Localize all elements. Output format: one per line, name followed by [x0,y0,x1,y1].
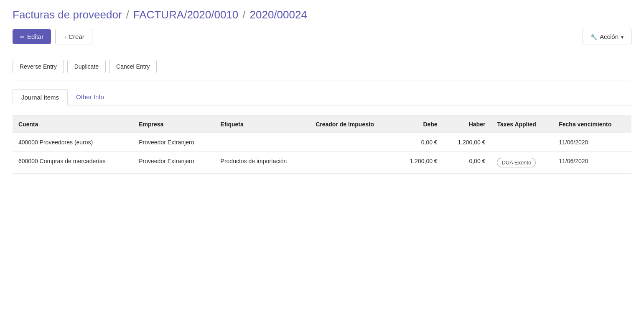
col-haber: Haber [443,116,491,133]
col-fecha: Fecha vencimiento [553,116,631,133]
create-button[interactable]: + Crear [55,29,92,44]
breadcrumb-sep2: / [242,8,245,21]
pencil-icon [20,33,25,40]
breadcrumb-part2: FACTURA/2020/0010 [133,8,238,21]
table-row: 600000 Compras de mercaderías Proveedor … [13,152,631,174]
breadcrumb-part1: Facturas de proveedor [13,8,122,21]
breadcrumb-part3: 2020/00024 [250,8,307,21]
cell-debe-1: 0,00 € [395,133,443,152]
cell-taxes-1 [491,133,553,152]
breadcrumb: Facturas de proveedor / FACTURA/2020/001… [13,8,631,21]
cell-cuenta-2: 600000 Compras de mercaderías [13,152,133,174]
wrench-icon [591,33,597,40]
col-empresa: Empresa [133,116,214,133]
main-toolbar: Editar + Crear Acción [13,29,631,52]
col-creador: Creador de Impuesto [310,116,395,133]
duplicate-label: Duplicate [74,63,99,70]
cell-haber-2: 0,00 € [443,152,491,174]
cancel-entry-label: Cancel Entry [116,63,150,70]
col-taxes: Taxes Applied [491,116,553,133]
caret-down-icon [621,33,624,40]
action-button[interactable]: Acción [583,29,631,44]
reverse-entry-button[interactable]: Reverse Entry [13,60,64,73]
journal-items-table-container: Cuenta Empresa Etiqueta Creador de Impue… [13,115,631,174]
cell-fecha-2: 11/06/2020 [553,152,631,174]
table-header-row: Cuenta Empresa Etiqueta Creador de Impue… [13,116,631,133]
reverse-entry-label: Reverse Entry [20,63,57,70]
journal-items-table: Cuenta Empresa Etiqueta Creador de Impue… [13,115,631,174]
cell-debe-2: 1.200,00 € [395,152,443,174]
cell-fecha-1: 11/06/2020 [553,133,631,152]
cancel-entry-button[interactable]: Cancel Entry [109,60,157,73]
cell-taxes-2: DUA Exento [491,152,553,174]
duplicate-button[interactable]: Duplicate [67,60,106,73]
tab-journal-items[interactable]: Journal Items [13,89,68,105]
col-cuenta: Cuenta [13,116,133,133]
cell-creador-1 [310,133,395,152]
taxes-badge: DUA Exento [497,158,536,167]
tab-bar: Journal Items Other Info [13,89,631,105]
breadcrumb-sep1: / [126,8,129,21]
col-etiqueta: Etiqueta [215,116,310,133]
tab-other-info[interactable]: Other Info [68,89,112,105]
cell-haber-1: 1.200,00 € [443,133,491,152]
cell-etiqueta-1 [215,133,310,152]
table-row: 400000 Proveedores (euros) Proveedor Ext… [13,133,631,152]
col-debe: Debe [395,116,443,133]
action-label: Acción [600,33,619,40]
create-label: + Crear [63,33,84,40]
edit-button[interactable]: Editar [13,29,51,44]
cell-empresa-1: Proveedor Extranjero [133,133,214,152]
cell-empresa-2: Proveedor Extranjero [133,152,214,174]
cell-etiqueta-2: Productos de importación [215,152,310,174]
action-buttons-row: Reverse Entry Duplicate Cancel Entry [13,60,631,80]
edit-label: Editar [27,33,43,40]
cell-creador-2 [310,152,395,174]
cell-cuenta-1: 400000 Proveedores (euros) [13,133,133,152]
